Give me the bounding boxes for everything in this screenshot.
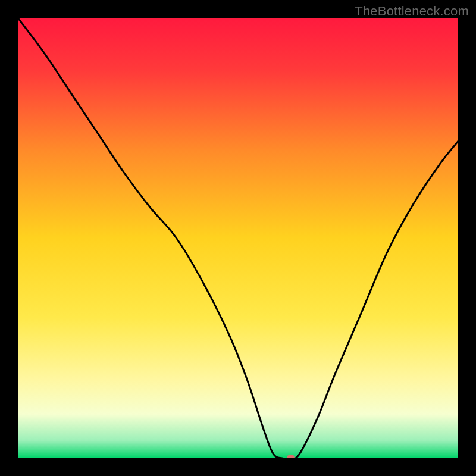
chart-svg — [18, 18, 458, 458]
watermark-text: TheBottleneck.com — [355, 4, 469, 19]
gradient-background — [18, 18, 458, 458]
plot-area — [18, 18, 458, 458]
chart-frame: TheBottleneck.com — [0, 0, 476, 476]
